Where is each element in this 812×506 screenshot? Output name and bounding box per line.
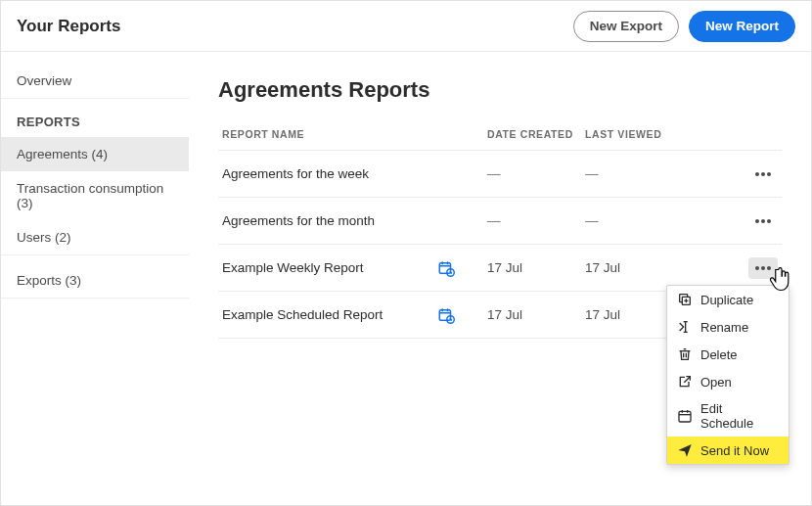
rename-icon — [677, 319, 693, 335]
report-name: Example Scheduled Report — [222, 307, 398, 322]
svg-point-14 — [761, 266, 765, 270]
page-title: Your Reports — [17, 17, 573, 36]
menu-item-send-it-now[interactable]: Send it Now — [667, 437, 789, 464]
date-created-cell: — — [487, 166, 585, 181]
row-actions-menu: Duplicate Rename Delete Open Edit Schedu… — [666, 285, 789, 465]
sidebar-item-exports[interactable]: Exports (3) — [1, 263, 189, 299]
new-report-button[interactable]: New Report — [689, 11, 795, 42]
calendar-icon — [677, 408, 693, 424]
svg-rect-6 — [439, 262, 450, 273]
menu-item-edit-schedule[interactable]: Edit Schedule — [667, 395, 789, 437]
report-name: Agreements for the month — [222, 213, 398, 228]
last-viewed-cell: — — [585, 213, 693, 228]
svg-point-15 — [767, 266, 771, 270]
col-header-name: REPORT NAME — [218, 128, 487, 140]
svg-point-2 — [767, 172, 771, 176]
trash-icon — [677, 346, 693, 362]
main-title: Agreements Reports — [218, 77, 782, 103]
ellipsis-icon — [754, 265, 772, 271]
svg-rect-16 — [439, 309, 450, 320]
ellipsis-icon — [754, 171, 772, 177]
table-row[interactable]: Agreements for the week — — — [218, 151, 782, 198]
more-actions-button[interactable] — [748, 257, 778, 279]
table-header: REPORT NAME DATE CREATED LAST VIEWED — [218, 120, 782, 151]
svg-point-0 — [755, 172, 759, 176]
report-name: Agreements for the week — [222, 166, 398, 181]
menu-item-rename[interactable]: Rename — [667, 313, 789, 341]
svg-point-5 — [767, 219, 771, 223]
sidebar-item-users[interactable]: Users (2) — [1, 220, 189, 255]
menu-item-label: Send it Now — [700, 443, 769, 458]
more-actions-button[interactable] — [748, 163, 778, 185]
report-name: Example Weekly Report — [222, 260, 398, 275]
menu-item-label: Rename — [700, 320, 748, 335]
last-viewed-cell: 17 Jul — [585, 260, 693, 275]
svg-line-34 — [684, 377, 690, 383]
svg-point-3 — [755, 219, 759, 223]
last-viewed-cell: — — [585, 166, 693, 181]
duplicate-icon — [677, 292, 693, 307]
menu-item-duplicate[interactable]: Duplicate — [667, 286, 789, 313]
menu-item-label: Edit Schedule — [700, 401, 779, 431]
svg-point-4 — [761, 219, 765, 223]
col-header-last-viewed: LAST VIEWED — [585, 128, 693, 140]
sidebar: Overview REPORTS Agreements (4) Transact… — [1, 52, 189, 505]
date-created-cell: 17 Jul — [487, 260, 585, 275]
sidebar-item-overview[interactable]: Overview — [1, 64, 189, 99]
more-actions-button[interactable] — [748, 210, 778, 232]
menu-item-label: Open — [700, 375, 732, 390]
sidebar-item-agreements[interactable]: Agreements (4) — [1, 137, 189, 171]
svg-line-22 — [451, 319, 453, 320]
header: Your Reports New Export New Report — [1, 1, 811, 52]
menu-item-label: Delete — [700, 347, 738, 362]
svg-point-1 — [761, 172, 765, 176]
date-created-cell: — — [487, 213, 585, 228]
new-export-button[interactable]: New Export — [573, 11, 679, 42]
menu-item-delete[interactable]: Delete — [667, 341, 789, 368]
svg-rect-35 — [679, 411, 691, 422]
open-icon — [677, 374, 693, 390]
sidebar-section-reports: REPORTS — [1, 99, 189, 137]
col-header-date-created: DATE CREATED — [487, 128, 585, 140]
svg-point-13 — [755, 266, 759, 270]
sidebar-item-transaction-consumption[interactable]: Transaction consumption (3) — [1, 171, 189, 220]
table-row[interactable]: Agreements for the month — — — [218, 198, 782, 245]
menu-item-label: Duplicate — [700, 293, 753, 307]
header-actions: New Export New Report — [573, 11, 795, 42]
menu-item-open[interactable]: Open — [667, 368, 789, 395]
col-header-actions — [693, 128, 782, 140]
svg-line-12 — [451, 272, 453, 273]
calendar-schedule-icon — [437, 306, 455, 324]
send-icon — [677, 442, 693, 458]
date-created-cell: 17 Jul — [487, 307, 585, 322]
calendar-schedule-icon — [437, 259, 455, 277]
ellipsis-icon — [754, 218, 772, 224]
